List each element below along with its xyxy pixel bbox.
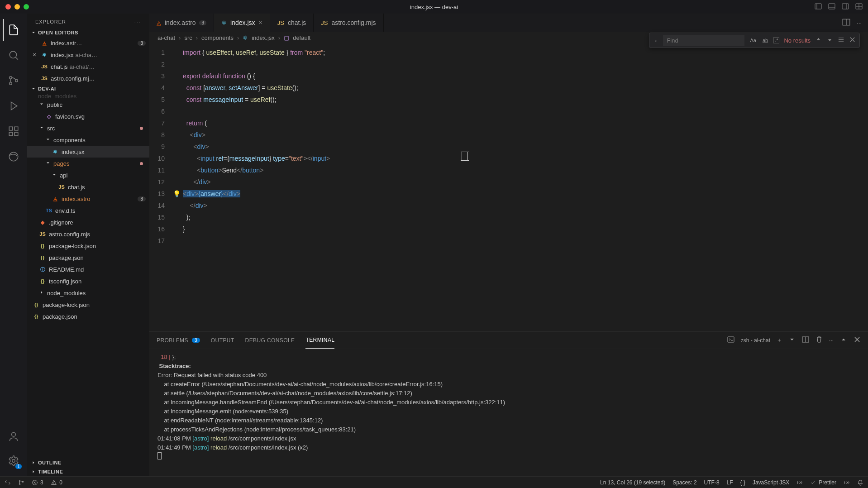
crumb[interactable]: src [184,34,192,41]
maximize-window-button[interactable] [24,4,29,10]
debug-console-tab[interactable]: DEBUG CONSOLE [245,332,295,349]
code-line[interactable] [183,105,868,117]
prev-match-icon[interactable] [815,36,822,44]
code-line[interactable]: export default function () { [183,70,868,82]
trash-icon[interactable] [816,336,823,344]
prettier-status[interactable]: Prettier [810,479,836,486]
edge-activity[interactable] [3,146,24,167]
code-line[interactable] [183,235,868,247]
code-line[interactable]: <input ref={messageInput} type="text"></… [183,153,868,164]
source-control-activity[interactable] [3,70,24,91]
close-icon[interactable]: × [31,51,38,58]
code-line[interactable]: const messageInput = useRef(); [183,94,868,105]
lightbulb-icon[interactable]: 💡 [173,190,181,197]
accounts-activity[interactable] [3,426,24,447]
bracket-pair[interactable]: { } [740,479,745,486]
file-item[interactable]: {}package.json [27,311,149,322]
encoding[interactable]: UTF-8 [704,479,720,486]
close-find-icon[interactable] [849,36,856,44]
output-tab[interactable]: OUTPUT [211,332,234,349]
crumb[interactable]: index.jsx [252,34,275,41]
code-line[interactable]: } [183,223,868,235]
terminal-tab[interactable]: TERMINAL [305,332,334,349]
code-line[interactable]: return ( [183,117,868,129]
eol[interactable]: LF [727,479,733,486]
folder-item[interactable]: api [27,169,149,181]
split-terminal-icon[interactable] [802,336,809,344]
file-item[interactable]: JSastro.config.mjs [27,228,149,240]
close-tab-icon[interactable]: × [259,19,262,26]
code-line[interactable]: <div> [183,129,868,141]
open-editor-item[interactable]: × ⚛ index.jsxai-cha… [27,49,149,61]
breadcrumb[interactable]: ai-chat› src› components› ⚛ index.jsx› ▢… [149,32,868,44]
code-line[interactable]: </div> [183,200,868,211]
more-icon[interactable]: ··· [134,19,141,24]
search-activity[interactable] [3,44,24,66]
regex-toggle[interactable]: .* [773,37,779,43]
settings-activity[interactable]: 1 [3,450,24,472]
language-mode[interactable]: JavaScript JSX [753,479,789,486]
maximize-panel-icon[interactable] [840,336,847,344]
minimize-window-button[interactable] [14,4,20,10]
shell-label[interactable]: zsh - ai-chat [741,337,770,344]
remote-button[interactable] [5,479,11,486]
file-item[interactable]: ◆.gitignore [27,216,149,228]
panel-left-icon[interactable] [815,3,822,11]
crumb[interactable]: ai-chat [157,34,175,41]
code-line[interactable] [183,58,868,70]
terminal-dropdown-icon[interactable] [788,336,796,344]
editor-tab[interactable]: ◬ index.astro 3 [149,14,214,32]
problems-tab[interactable]: PROBLEMS 3 [157,332,200,349]
file-item[interactable]: TSenv.d.ts [27,205,149,216]
file-item[interactable]: ⚛index.jsx [27,146,149,158]
project-section[interactable]: DEV-AI [27,84,149,93]
close-panel-icon[interactable] [854,336,861,344]
file-item[interactable]: ⓘREADME.md [27,263,149,275]
run-debug-activity[interactable] [3,95,24,117]
more-icon[interactable]: ··· [829,337,834,344]
code-line[interactable]: const [answer, setAnswer] = useState(); [183,82,868,94]
panel-bottom-icon[interactable] [828,3,835,11]
find-selection-icon[interactable] [838,36,844,44]
editor-tab[interactable]: JS astro.config.mjs [314,14,383,32]
extensions-activity[interactable] [3,120,24,142]
code-line[interactable]: <button>Send</button> [183,164,868,176]
code-line[interactable]: import { useEffect, useRef, useState } f… [183,47,868,58]
go-live[interactable] [796,479,803,486]
open-editor-item[interactable]: JS chat.jsai-chat/… [27,61,149,72]
split-editor-icon[interactable] [842,18,850,28]
close-window-button[interactable] [5,4,11,10]
whole-word-toggle[interactable]: ab [762,37,769,44]
folder-item[interactable]: components [27,134,149,146]
crumb[interactable]: components [201,34,234,41]
code-editor[interactable]: 1 import { useEffect, useRef, useState }… [149,44,868,331]
new-terminal-icon[interactable]: ＋ [777,336,782,344]
file-item[interactable]: {}tsconfig.json [27,275,149,287]
file-item[interactable]: JSchat.js [27,181,149,193]
file-item[interactable]: ◬index.astro3 [27,193,149,205]
file-item[interactable]: {}package-lock.json [27,299,149,311]
editor-tab[interactable]: ⚛ index.jsx × [214,14,270,32]
notifications-icon[interactable] [857,479,863,486]
file-item[interactable]: {}package-lock.json [27,240,149,252]
indentation[interactable]: Spaces: 2 [672,479,696,486]
feedback-icon[interactable] [844,479,850,486]
cursor-position[interactable]: Ln 13, Col 26 (19 selected) [600,479,665,486]
branch-button[interactable] [18,479,24,486]
layout-grid-icon[interactable] [855,3,863,11]
panel-right-icon[interactable] [842,3,849,11]
open-editor-item[interactable]: JS astro.config.mj… [27,72,149,84]
more-icon[interactable]: ··· [857,19,862,26]
folder-item[interactable]: public [27,99,149,110]
editor-tab[interactable]: JS chat.js [270,14,314,32]
open-editor-item[interactable]: ◬ index.astr… 3 [27,37,149,49]
code-line[interactable]: <div> [183,141,868,153]
folder-item[interactable]: node_modules [27,287,149,299]
expand-find-icon[interactable]: › [653,37,658,44]
file-item[interactable]: ◇favicon.svg [27,110,149,122]
open-editors-section[interactable]: OPEN EDITORS [27,28,149,37]
code-line[interactable]: </div> [183,176,868,188]
errors-button[interactable]: 3 0 [32,479,62,486]
match-case-toggle[interactable]: Aa [749,37,757,44]
file-item[interactable]: {}package.json [27,252,149,263]
